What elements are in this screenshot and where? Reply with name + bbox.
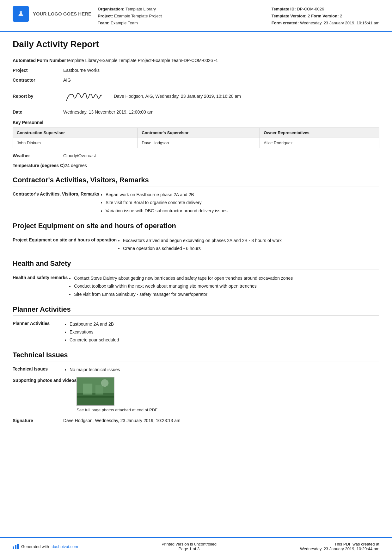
key-personnel-label: Key Personnel — [13, 120, 379, 125]
org-value: Template Library — [126, 7, 156, 11]
project-field-label: Project — [13, 67, 63, 74]
signature-svg — [63, 87, 107, 106]
form-version-label: Form Version: — [311, 14, 339, 18]
health-safety-label: Health and safety remarks — [13, 274, 68, 280]
temperature-row: Temperature (degrees C) 24 degrees — [13, 162, 379, 169]
contractors-activities-heading: Contractor's Activities, Visitors, Remar… — [13, 176, 379, 186]
form-version-value: 2 — [340, 14, 342, 18]
col-contractors-supervisor: Contractor's Supervisor — [138, 128, 260, 138]
project-equipment-label: Project Equipment on site and hours of o… — [13, 237, 117, 242]
list-item: Crane operation as scheduled - 6 hours — [123, 245, 379, 253]
project-equipment-value: Excavators arrived and begun excavating … — [117, 237, 379, 253]
date-value: Wednesday, 13 November 2019, 12:00:00 am — [63, 109, 379, 115]
list-item: Conduct toolbox talk within the next wee… — [74, 282, 379, 290]
project-field-value: Eastbourne Works — [63, 67, 379, 74]
team-value: Example Team — [111, 21, 138, 25]
personnel-cell: Alice Rodriguez — [260, 138, 379, 148]
project-value: Example Template Project — [114, 14, 162, 18]
org-label: Organisation: — [98, 7, 125, 11]
photos-row: Supporting photos and videos See full pa… — [13, 377, 379, 412]
report-by-value: Dave Hodgson, AIG, Wednesday, 23 January… — [63, 87, 379, 106]
project-equipment-heading: Project Equipment on site and hours of o… — [13, 222, 379, 232]
footer-page-text: Page 1 of 3 — [162, 546, 217, 551]
logo-area: YOUR LOGO GOES HERE — [13, 6, 91, 22]
health-safety-heading: Health and Safety — [13, 259, 379, 270]
footer-right-text: This PDF was created at — [300, 542, 379, 546]
list-item: Contact Steve Daintry about getting new … — [74, 274, 379, 282]
dashpivot-link[interactable]: dashpivot.com — [52, 544, 78, 549]
personnel-table: Construction Supervisor Contractor's Sup… — [13, 128, 379, 148]
list-item: Concrete pour scheduled — [70, 336, 379, 344]
list-item: Site visit from Emma Sainsbury - safety … — [74, 290, 379, 298]
svg-point-0 — [20, 11, 22, 13]
footer-center: Printed version is uncontrolled Page 1 o… — [162, 542, 217, 551]
technical-issues-heading: Technical Issues — [13, 351, 379, 361]
project-row: Project Eastbourne Works — [13, 67, 379, 74]
planner-activities-value: Eastbourne 2A and 2BExcavationsConcrete … — [63, 320, 379, 344]
personnel-cell: John Dinkum — [13, 138, 138, 148]
photos-value: See full page photos attached at end of … — [77, 377, 379, 412]
temperature-label: Temperature (degrees C) — [13, 162, 65, 169]
template-id-value: DP-COM-0026 — [297, 7, 324, 11]
signature-value: Dave Hodgson, Wednesday, 23 January 2019… — [63, 417, 379, 424]
header-right: Template ID: DP-COM-0026 Template Versio… — [272, 6, 379, 27]
report-by-label: Report by — [13, 93, 63, 100]
list-item: Site visit from Boral to organise concre… — [106, 199, 379, 207]
temperature-value: 24 degrees — [65, 162, 379, 169]
form-created-row: Form created: Wednesday, 23 January 2019… — [272, 20, 379, 27]
photos-label: Supporting photos and videos — [13, 377, 77, 383]
header-meta: Organisation: Template Library Project: … — [98, 6, 265, 27]
automated-form-value: Template Library-Example Template Projec… — [66, 57, 379, 64]
dashpivot-icon — [13, 544, 19, 549]
project-row: Project: Example Template Project — [98, 13, 265, 20]
planner-activities-list: Eastbourne 2A and 2BExcavationsConcrete … — [63, 320, 379, 344]
automated-form-label: Automated Form Number — [13, 57, 66, 64]
signature-row: Signature Dave Hodgson, Wednesday, 23 Ja… — [13, 417, 379, 424]
photos-caption: See full page photos attached at end of … — [77, 408, 379, 412]
header: YOUR LOGO GOES HERE Organisation: Templa… — [0, 0, 392, 32]
team-label: Team: — [98, 21, 109, 25]
photo-svg — [77, 377, 114, 406]
technical-issues-label: Technical Issues — [13, 366, 63, 371]
contractor-row: Contractor AIG — [13, 77, 379, 84]
form-created-value: Wednesday, 23 January 2019, 10:15:41 am — [300, 21, 379, 25]
technical-issues-row: Technical Issues No major technical issu… — [13, 366, 379, 374]
template-id-label: Template ID: — [272, 7, 296, 11]
col-construction-supervisor: Construction Supervisor — [13, 128, 138, 138]
project-equipment-row: Project Equipment on site and hours of o… — [13, 237, 379, 253]
signature-image — [63, 87, 107, 106]
health-safety-list: Contact Steve Daintry about getting new … — [68, 274, 379, 298]
list-item: Excavators arrived and begun excavating … — [123, 237, 379, 245]
template-version-value: 2 — [308, 14, 310, 18]
main-content: Daily Activity Report Automated Form Num… — [0, 32, 392, 537]
col-owner-representatives: Owner Representatives — [260, 128, 379, 138]
automated-form-row: Automated Form Number Template Library-E… — [13, 57, 379, 64]
list-item: No major technical issues — [70, 366, 379, 374]
planner-activities-label: Planner Activities — [13, 320, 63, 326]
weather-value: Cloudy/Overcast — [63, 153, 379, 159]
footer-right-date: Wednesday, 23 January 2019, 10:29:44 am — [300, 546, 379, 551]
footer-right: This PDF was created at Wednesday, 23 Ja… — [300, 542, 379, 551]
footer-printed-text: Printed version is uncontrolled — [162, 542, 217, 546]
template-version-row: Template Version: 2 Form Version: 2 — [272, 13, 379, 20]
project-label: Project: — [98, 14, 113, 18]
technical-issues-value: No major technical issues — [63, 366, 379, 374]
date-label: Date — [13, 109, 63, 115]
contractors-activities-value: Began work on Eastbourne phase 2A and 2B… — [99, 191, 379, 215]
page: YOUR LOGO GOES HERE Organisation: Templa… — [0, 0, 392, 555]
svg-rect-6 — [77, 396, 114, 397]
list-item: Eastbourne 2A and 2B — [70, 320, 379, 328]
contractors-activities-label: Contractor's Activities, Visitors, Remar… — [13, 191, 99, 196]
photo-thumbnail — [77, 377, 114, 406]
generated-text: Generated with — [21, 544, 49, 549]
contractors-activities-list: Began work on Eastbourne phase 2A and 2B… — [99, 191, 379, 215]
list-item: Began work on Eastbourne phase 2A and 2B — [106, 191, 379, 199]
contractor-label: Contractor — [13, 77, 63, 84]
form-created-label: Form created: — [272, 21, 299, 25]
list-item: Excavations — [70, 328, 379, 336]
personnel-header-row: Construction Supervisor Contractor's Sup… — [13, 128, 379, 138]
health-safety-value: Contact Steve Daintry about getting new … — [68, 274, 379, 298]
project-equipment-list: Excavators arrived and begun excavating … — [117, 237, 379, 253]
weather-row: Weather Cloudy/Overcast — [13, 153, 379, 159]
contractor-value: AIG — [63, 77, 379, 84]
